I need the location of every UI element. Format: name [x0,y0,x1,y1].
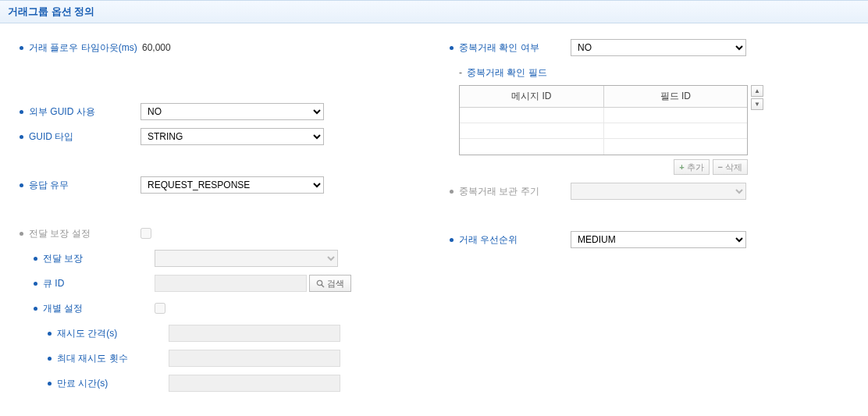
row-dup-field: - 중복거래 확인 필드 [450,64,848,81]
bullet-icon [450,190,454,194]
expire-input[interactable] [169,375,340,392]
row-indiv-setting: 개별 설정 [20,300,418,317]
move-up-button[interactable]: ▲ [751,85,763,97]
bullet-icon [34,257,37,261]
queue-id-input[interactable] [155,275,307,292]
bullet-icon [450,46,454,50]
row-queue-id: 큐 ID 검색 [20,275,418,292]
move-down-button[interactable]: ▼ [751,98,763,110]
minus-icon: − [718,162,723,172]
bullet-icon [20,183,23,187]
dup-field-label: 중복거래 확인 필드 [467,66,547,80]
retry-interval-input[interactable] [169,325,340,342]
response-label: 응답 유무 [29,179,69,192]
add-button[interactable]: + 추가 [674,159,709,175]
search-icon [316,279,325,288]
row-delivery-setting: 전달 보장 설정 [20,225,418,242]
ext-guid-label: 외부 GUID 사용 [29,105,95,119]
sub-indicator: - [459,67,462,78]
max-retry-label: 최대 재시도 횟수 [57,352,128,365]
chevron-up-icon: ▲ [754,87,760,94]
delivery-setting-label: 전달 보장 설정 [29,227,91,240]
table-action-bar: + 추가 − 삭제 [459,159,748,175]
delivery-select[interactable] [155,250,338,267]
response-select[interactable]: REQUEST_RESPONSE [141,176,324,194]
row-ext-guid: 외부 GUID 사용 NO [20,103,418,120]
dup-field-table: 메시지 ID 필드 ID [459,85,748,155]
queue-id-label: 큐 ID [43,277,64,290]
row-flow-timeout: 거래 플로우 타임아웃(ms) 60,000 [20,39,418,56]
search-button-label: 검색 [327,278,344,290]
guid-type-select[interactable]: STRING [141,128,324,145]
add-button-label: 추가 [687,162,704,173]
bullet-icon [20,110,23,114]
expire-label: 만료 시간(s) [57,377,108,390]
panel-title: 거래그룹 옵션 정의 [8,5,94,17]
table-col-field-id: 필드 ID [604,86,748,107]
delete-button[interactable]: − 삭제 [713,159,748,175]
panel-header: 거래그룹 옵션 정의 [0,0,868,23]
delivery-setting-checkbox[interactable] [141,228,151,239]
dup-check-label: 중복거래 확인 여부 [459,41,539,55]
plus-icon: + [679,162,684,172]
delivery-label: 전달 보장 [43,252,83,265]
table-row[interactable] [460,139,747,155]
row-guid-type: GUID 타입 STRING [20,128,418,145]
retry-interval-label: 재시도 간격(s) [57,327,117,340]
priority-label: 거래 우선순위 [459,233,518,247]
bullet-icon [34,282,37,286]
bullet-icon [20,232,23,236]
ext-guid-select[interactable]: NO [141,103,324,120]
bullet-icon [450,238,454,242]
row-expire: 만료 시간(s) [20,375,418,392]
right-column: 중복거래 확인 여부 NO - 중복거래 확인 필드 메시지 ID 필드 ID [434,39,848,400]
dup-period-select[interactable] [571,183,746,200]
search-button[interactable]: 검색 [309,275,351,292]
row-max-retry: 최대 재시도 횟수 [20,350,418,367]
max-retry-input[interactable] [169,350,340,367]
bullet-icon [20,135,23,139]
indiv-setting-label: 개별 설정 [43,302,83,315]
dup-period-label: 중복거래 보관 주기 [459,185,539,198]
bullet-icon [48,382,52,386]
chevron-down-icon: ▼ [754,101,760,108]
svg-point-0 [317,280,322,285]
flow-timeout-label: 거래 플로우 타임아웃(ms) [29,41,137,55]
flow-timeout-value: 60,000 [141,42,171,53]
bullet-icon [48,357,52,361]
row-delivery: 전달 보장 [20,250,418,267]
row-priority: 거래 우선순위 MEDIUM [450,231,848,248]
table-row[interactable] [460,108,747,123]
dup-check-select[interactable]: NO [571,39,746,56]
row-dup-period: 중복거래 보관 주기 [450,183,848,200]
row-response: 응답 유무 REQUEST_RESPONSE [20,176,418,194]
row-dup-check: 중복거래 확인 여부 NO [450,39,848,56]
guid-type-label: GUID 타입 [29,130,73,144]
svg-line-1 [322,285,324,287]
bullet-icon [20,46,23,50]
table-row[interactable] [460,123,747,139]
bullet-icon [48,332,52,336]
bullet-icon [34,307,37,311]
form-body: 거래 플로우 타임아웃(ms) 60,000 외부 GUID 사용 NO GUI… [0,23,868,415]
dup-field-table-wrap: 메시지 ID 필드 ID ▲ [459,85,848,155]
priority-select[interactable]: MEDIUM [571,231,746,248]
delete-button-label: 삭제 [725,162,742,173]
indiv-setting-checkbox[interactable] [155,303,165,314]
row-retry-interval: 재시도 간격(s) [20,325,418,342]
table-col-message-id: 메시지 ID [460,86,604,107]
left-column: 거래 플로우 타임아웃(ms) 60,000 외부 GUID 사용 NO GUI… [20,39,434,400]
